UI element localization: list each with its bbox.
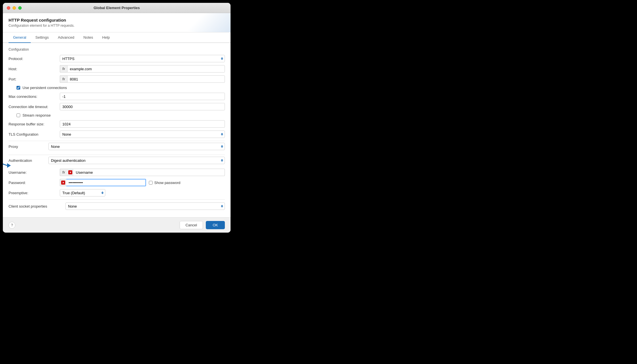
protocol-select[interactable]: HTTPS HTTP [60, 55, 225, 62]
persistent-connections-checkbox[interactable] [17, 86, 20, 90]
authentication-row: Authentication Digest authentication Bas… [9, 155, 225, 166]
max-connections-label: Max connections: [9, 94, 60, 99]
traffic-lights [7, 6, 22, 10]
connection-idle-input-wrapper [60, 103, 225, 110]
tls-select-wrapper: None [60, 131, 225, 138]
stream-response-checkbox[interactable] [17, 113, 20, 117]
tabs-bar: General Settings Advanced Notes Help [3, 32, 231, 43]
authentication-select[interactable]: Digest authentication Basic authenticati… [48, 157, 225, 164]
tab-advanced[interactable]: Advanced [53, 32, 79, 43]
blue-arrow-indicator [3, 157, 9, 168]
protocol-select-wrapper: HTTPS HTTP [60, 55, 225, 62]
tab-help[interactable]: Help [98, 32, 114, 43]
stream-response-label: Stream response [22, 113, 51, 117]
preemptive-select[interactable]: True (Default) False [60, 189, 105, 197]
header-section: HTTP Request configuration Configuration… [3, 13, 231, 32]
persistent-connections-row: Use persistent connections [9, 86, 225, 90]
svg-marker-1 [7, 163, 11, 168]
tls-label: TLS Configuration [9, 132, 60, 136]
response-buffer-input-wrapper [60, 120, 225, 128]
connection-idle-input[interactable] [60, 103, 225, 110]
password-field-wrapper: ✕ Show password [60, 179, 180, 186]
response-buffer-row: Response buffer size: [9, 120, 225, 128]
client-socket-section: Client socket properties None [9, 199, 225, 210]
show-password-checkbox[interactable] [149, 181, 153, 185]
main-body: Configuration Protocol: HTTPS HTTP Host:… [3, 43, 231, 217]
password-label: Password: [9, 181, 60, 185]
password-error-badge: ✕ [61, 181, 65, 185]
authentication-label: Authentication [9, 158, 48, 163]
titlebar: Global Element Properties [3, 3, 231, 13]
persistent-connections-label: Use persistent connections [22, 86, 67, 90]
host-fx-button[interactable]: fx [60, 65, 67, 73]
port-fx-button[interactable]: fx [60, 75, 67, 83]
client-socket-select[interactable]: None [65, 202, 225, 210]
tls-row: TLS Configuration None [9, 131, 225, 138]
preemptive-select-wrapper: True (Default) False [60, 189, 105, 197]
proxy-label: Proxy [9, 144, 48, 149]
host-label: Host: [9, 67, 60, 71]
main-window: Global Element Properties HTTP Request c… [3, 3, 231, 233]
proxy-select[interactable]: None [48, 143, 225, 150]
stream-response-row: Stream response [9, 113, 225, 117]
max-connections-row: Max connections: [9, 93, 225, 100]
show-password-wrapper: Show password [149, 181, 180, 185]
blue-arrow-svg [3, 157, 11, 168]
response-buffer-label: Response buffer size: [9, 122, 60, 126]
authentication-section: Authentication Digest authentication Bas… [9, 155, 225, 197]
port-label: Port: [9, 77, 60, 81]
username-error-badge: ✕ [68, 170, 72, 174]
max-connections-input-wrapper [60, 93, 225, 100]
window-title: Global Element Properties [94, 6, 140, 10]
proxy-select-wrapper: None [48, 143, 225, 150]
proxy-row: Proxy None [9, 141, 225, 152]
preemptive-label: Preemptive: [9, 191, 60, 195]
tab-settings[interactable]: Settings [31, 32, 53, 43]
protocol-row: Protocol: HTTPS HTTP [9, 55, 225, 62]
cancel-button[interactable]: Cancel [180, 221, 203, 229]
host-input[interactable] [67, 65, 225, 73]
tab-general[interactable]: General [9, 32, 31, 43]
max-connections-input[interactable] [60, 93, 225, 100]
port-input[interactable] [67, 75, 225, 83]
username-input[interactable] [73, 169, 225, 176]
maximize-button[interactable] [18, 6, 22, 10]
username-row: Username: fx ✕ [9, 169, 225, 176]
client-socket-label: Client socket properties [9, 204, 65, 208]
host-input-wrapper: fx [60, 65, 225, 73]
minimize-button[interactable] [13, 6, 16, 10]
ok-button[interactable]: OK [206, 221, 225, 229]
port-input-wrapper: fx [60, 75, 225, 83]
protocol-label: Protocol: [9, 57, 60, 61]
password-error-badge-wrapper: ✕ [60, 179, 66, 186]
authentication-select-wrapper: Digest authentication Basic authenticati… [48, 157, 225, 164]
close-button[interactable] [7, 6, 10, 10]
help-button[interactable]: ? [9, 222, 15, 229]
username-label: Username: [9, 170, 60, 175]
configuration-section-label: Configuration [9, 47, 225, 51]
port-row: Port: fx [9, 75, 225, 83]
client-socket-row: Client socket properties None [9, 202, 225, 210]
svg-line-0 [3, 160, 7, 166]
footer: ? Cancel OK [3, 217, 231, 233]
host-row: Host: fx [9, 65, 225, 73]
show-password-label: Show password [154, 181, 180, 185]
password-input[interactable] [66, 179, 146, 186]
header-bg-decoration [174, 13, 231, 32]
password-input-group: ✕ [60, 179, 146, 186]
client-socket-select-wrapper: None [65, 202, 225, 210]
username-error-badge-wrapper: ✕ [67, 169, 73, 176]
tab-notes[interactable]: Notes [79, 32, 98, 43]
footer-buttons: Cancel OK [180, 221, 225, 229]
response-buffer-input[interactable] [60, 120, 225, 128]
connection-idle-row: Connection idle timeout: [9, 103, 225, 110]
tls-select[interactable]: None [60, 131, 225, 138]
preemptive-row: Preemptive: True (Default) False [9, 189, 225, 197]
connection-idle-label: Connection idle timeout: [9, 105, 60, 109]
password-row: Password: ✕ Show password [9, 179, 225, 186]
username-input-wrapper: fx ✕ [60, 169, 225, 176]
username-fx-button[interactable]: fx [60, 169, 67, 176]
